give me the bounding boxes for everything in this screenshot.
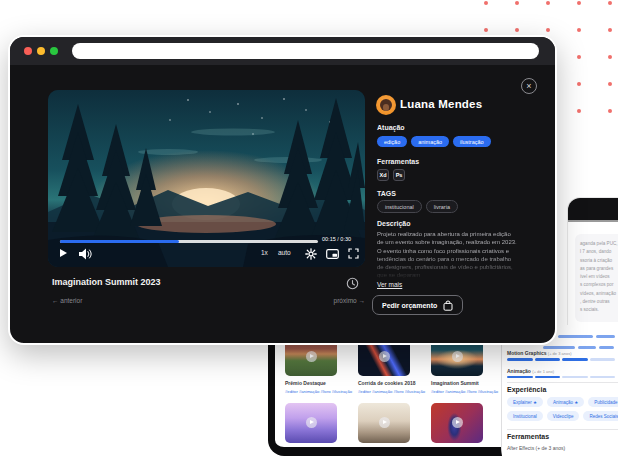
- video-card-title: Animação conceitual: [285, 447, 337, 453]
- avatar: [376, 95, 396, 115]
- atuacao-heading: Atuação: [377, 124, 405, 131]
- divider: [507, 382, 618, 383]
- atuacao-pill[interactable]: ilustração: [453, 136, 491, 147]
- previous-video-link[interactable]: ← anterior: [52, 297, 82, 304]
- skill-name: Motion Graphics: [507, 350, 546, 356]
- maximize-window-button[interactable]: [50, 47, 58, 55]
- desktop-background: aganda pela PUC,l 7 anos, dandossoria à …: [0, 0, 618, 456]
- experiencia-pill[interactable]: Videoclipe: [547, 411, 580, 421]
- video-progress-bar[interactable]: [60, 240, 318, 243]
- video-card[interactable]: Animação conceitual: [285, 403, 337, 456]
- skill-row: Motion Graphics (+ de 3 anos): [507, 350, 618, 361]
- bio-text-line: vídeos, animação: [580, 290, 618, 298]
- video-card-title: Imagination Summit: [431, 380, 483, 386]
- bio-about-card: aganda pela PUC,l 7 anos, dandossoria à …: [575, 234, 618, 322]
- video-player[interactable]: 00:15 / 0:30 1x auto: [48, 90, 365, 267]
- playback-speed-button[interactable]: 1x: [261, 249, 268, 256]
- skill-progress: [507, 358, 615, 361]
- bio-text-line: l 7 anos, dando: [580, 248, 618, 256]
- video-thumbnail[interactable]: [431, 340, 483, 376]
- bio-text-line: as para grandes: [580, 265, 618, 273]
- video-time-display: 00:15 / 0:30: [322, 236, 351, 242]
- browser-window: 00:15 / 0:30 1x auto: [8, 35, 557, 345]
- minimize-window-button[interactable]: [37, 47, 45, 55]
- skill-name: Animação: [507, 368, 531, 374]
- bio-window-header: [568, 198, 618, 222]
- url-bar[interactable]: [72, 43, 539, 59]
- video-card[interactable]: Promocional perfume: [431, 403, 483, 456]
- experiencia-pill[interactable]: Explainer ★: [507, 397, 543, 407]
- divider: [507, 429, 618, 430]
- tag-pill[interactable]: institucional: [377, 200, 422, 213]
- video-card[interactable]: Institucional Livraria Nova: [358, 403, 410, 456]
- video-thumbnail[interactable]: [285, 403, 337, 443]
- experiencia-pill[interactable]: Institucional: [507, 411, 543, 421]
- tool-badges: XdPs: [377, 169, 405, 181]
- video-card-title: Corrida de cookies 2018: [358, 380, 410, 386]
- tool-badge-icon[interactable]: Ps: [393, 169, 405, 181]
- description-text: Projeto realizado para abertura da prime…: [377, 230, 517, 280]
- video-progress-fill: [60, 240, 179, 243]
- skill-bar-partial: [558, 335, 615, 338]
- atuacao-pill[interactable]: animação: [411, 136, 449, 147]
- video-card-title: Promocional perfume: [431, 447, 483, 453]
- bio-text-line: , dentre outras: [580, 298, 618, 306]
- close-window-button[interactable]: [24, 47, 32, 55]
- tool-badge-icon[interactable]: Xd: [377, 169, 389, 181]
- bio-text-line: ssoria à criação: [580, 257, 618, 265]
- pedir-orcamento-label: Pedir orçamento: [382, 302, 437, 309]
- video-card[interactable]: Imagination Summit #editor #animação #li…: [431, 340, 483, 394]
- video-card-title: Prêmio Destaque: [285, 380, 337, 386]
- bio-text-line: aganda pela PUC,: [580, 240, 618, 248]
- picture-in-picture-icon[interactable]: [326, 249, 339, 259]
- video-card-tags: #editor #animação #livro #ilustração: [431, 389, 483, 394]
- pedir-orcamento-button[interactable]: Pedir orçamento: [372, 295, 463, 315]
- experiencia-pill[interactable]: Publicidade: [588, 397, 618, 407]
- ver-mais-link[interactable]: Ver mais: [377, 281, 402, 288]
- experiencia-pill[interactable]: Animação ★: [547, 397, 584, 407]
- skill-row: Animação (+ de 1 ano): [507, 368, 618, 379]
- tag-pills: institucionallivraria: [377, 200, 458, 213]
- atuacao-pills: ediçãoanimaçãoilustração: [377, 136, 491, 147]
- video-card[interactable]: Prêmio Destaque #editor #animação #livro…: [285, 340, 337, 394]
- video-card-tags: #editor #animação #livro #ilustração: [358, 389, 410, 394]
- video-thumbnail[interactable]: [431, 403, 483, 443]
- experiencia-heading: Experiência: [507, 386, 546, 393]
- ferramenta-item: After Effects (+ de 3 anos): [507, 445, 565, 451]
- skill-period: (+ de 1 ano): [532, 369, 554, 374]
- bio-text-line: s sociais.: [580, 306, 618, 314]
- bag-icon: [443, 300, 453, 311]
- next-video-link[interactable]: próximo →: [310, 297, 365, 304]
- video-card[interactable]: Corrida de cookies 2018 #editor #animaçã…: [358, 340, 410, 394]
- play-button[interactable]: [60, 249, 67, 257]
- settings-gear-icon[interactable]: [305, 248, 317, 260]
- video-card-grid: Prêmio Destaque #editor #animação #livro…: [285, 340, 483, 455]
- tag-pill[interactable]: livraria: [426, 200, 458, 213]
- browser-titlebar: [10, 37, 555, 65]
- ferramentas-heading: Ferramentas: [507, 433, 549, 440]
- video-title: Imagination Summit 2023: [52, 277, 161, 287]
- skill-bar-partial: [543, 346, 614, 349]
- descricao-heading: Descrição: [377, 220, 410, 227]
- quality-button[interactable]: auto: [278, 249, 291, 256]
- background-window-portfolio: Prêmio Destaque #editor #animação #livro…: [268, 340, 502, 456]
- skills-list: Motion Graphics (+ de 3 anos) Animação (…: [507, 350, 618, 385]
- experiencia-pill[interactable]: Redes Sociais: [583, 411, 618, 421]
- ferramentas-heading: Ferramentas: [377, 158, 419, 165]
- bio-text-line: ível em vídeos: [580, 273, 618, 281]
- tags-heading: TAGS: [377, 190, 396, 197]
- bio-text-line: s complexos por: [580, 281, 618, 289]
- skill-progress: [507, 376, 615, 379]
- video-thumbnail[interactable]: [285, 340, 337, 376]
- video-thumbnail[interactable]: [358, 340, 410, 376]
- clock-icon[interactable]: [346, 277, 359, 290]
- volume-icon[interactable]: [78, 248, 92, 260]
- video-thumbnail[interactable]: [358, 403, 410, 443]
- skill-period: (+ de 3 anos): [548, 351, 572, 356]
- atuacao-pill[interactable]: edição: [377, 136, 407, 147]
- profile-name: Luana Mendes: [400, 98, 482, 110]
- fullscreen-icon[interactable]: [348, 248, 359, 259]
- experiencia-pills: Explainer ★Animação ★PublicidadeInstituc…: [507, 397, 618, 421]
- video-card-tags: #editor #animação #livro #ilustração: [285, 389, 337, 394]
- close-panel-button[interactable]: ×: [521, 78, 537, 94]
